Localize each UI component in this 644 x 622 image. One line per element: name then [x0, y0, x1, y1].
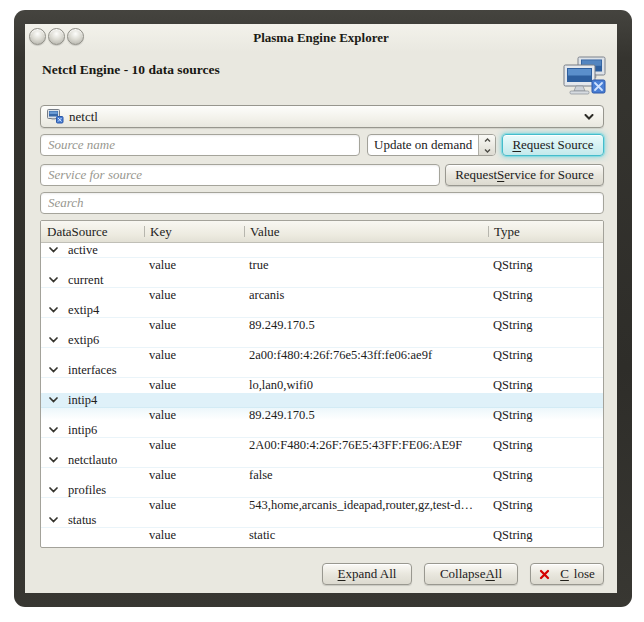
search-input[interactable] — [40, 192, 604, 214]
column-header-key[interactable]: Key — [144, 221, 244, 242]
expander-chevron-down-icon[interactable] — [49, 487, 58, 493]
table-row[interactable]: value 2A00:F480:4:26F:76E5:43FF:FE06:AE9… — [41, 438, 603, 453]
table-row[interactable]: current — [41, 273, 603, 288]
datasource-label: profiles — [68, 483, 106, 497]
column-header-datasource[interactable]: DataSource — [41, 221, 144, 242]
table-row[interactable]: interfaces — [41, 363, 603, 378]
expander-chevron-down-icon[interactable] — [49, 337, 58, 343]
table-row[interactable]: value true QString — [41, 258, 603, 273]
window-content: Plasma Engine Explorer Netctl Engine - 1… — [25, 24, 617, 593]
type-cell — [488, 333, 603, 347]
value-cell: static — [244, 528, 488, 543]
expander-chevron-down-icon[interactable] — [49, 517, 58, 523]
key-cell — [144, 483, 244, 497]
datasource-label: active — [68, 243, 98, 257]
datasource-cell — [41, 408, 144, 423]
column-header-value[interactable]: Value — [244, 221, 488, 242]
window-frame: Plasma Engine Explorer Netctl Engine - 1… — [14, 10, 632, 607]
value-cell — [244, 363, 488, 377]
window-title: Plasma Engine Explorer — [25, 24, 617, 52]
value-cell — [244, 303, 488, 317]
key-cell: value — [144, 318, 244, 333]
key-cell: value — [144, 468, 244, 483]
badge — [592, 80, 605, 93]
key-cell — [144, 363, 244, 377]
source-name-input[interactable] — [40, 134, 360, 156]
expander-chevron-down-icon[interactable] — [49, 277, 58, 283]
datasource-cell — [41, 468, 144, 483]
table-row[interactable]: value 89.249.170.5 QString — [41, 408, 603, 423]
datasource-cell: intip4 — [41, 393, 144, 407]
table-row[interactable]: netctlauto — [41, 453, 603, 468]
datasource-label: netctlauto — [68, 453, 117, 467]
table-row[interactable]: status — [41, 513, 603, 528]
type-cell: QString — [488, 468, 603, 483]
datasource-cell — [41, 288, 144, 303]
key-cell: value — [144, 348, 244, 363]
value-cell — [244, 483, 488, 497]
value-cell: false — [244, 468, 488, 483]
expander-chevron-down-icon[interactable] — [49, 457, 58, 463]
collapse-all-button[interactable]: Collapse All — [424, 563, 518, 585]
spin-buttons — [478, 135, 495, 155]
table-row[interactable]: value 543,home,arcanis_ideapad,router,gz… — [41, 498, 603, 513]
table-row[interactable]: value false QString — [41, 468, 603, 483]
table-row[interactable]: value 2a00:f480:4:26f:76e5:43ff:fe06:ae9… — [41, 348, 603, 363]
type-cell — [488, 513, 603, 527]
key-cell — [144, 333, 244, 347]
engine-combobox-value: netctl — [69, 109, 98, 125]
type-cell: QString — [488, 318, 603, 333]
type-cell — [488, 453, 603, 467]
type-cell: QString — [488, 378, 603, 393]
type-cell: QString — [488, 528, 603, 543]
value-cell — [244, 333, 488, 347]
key-cell — [144, 393, 244, 407]
request-source-button[interactable]: Request Source — [502, 134, 604, 156]
datasource-cell — [41, 498, 144, 513]
expander-chevron-down-icon[interactable] — [49, 427, 58, 433]
expand-all-button[interactable]: Expand All — [322, 563, 412, 585]
datasource-cell: interfaces — [41, 363, 144, 377]
datasource-cell — [41, 528, 144, 543]
data-source-table: DataSource Key Value Type active value t… — [40, 220, 604, 548]
table-row[interactable]: active — [41, 243, 603, 258]
datasource-cell — [41, 318, 144, 333]
type-cell: QString — [488, 438, 603, 453]
table-row[interactable]: intip4 — [41, 393, 603, 408]
titlebar[interactable]: Plasma Engine Explorer — [25, 24, 617, 52]
value-cell: lo,lan0,wifi0 — [244, 378, 488, 393]
spin-up-icon[interactable] — [479, 135, 495, 145]
table-row[interactable]: value lo,lan0,wifi0 QString — [41, 378, 603, 393]
value-cell: 89.249.170.5 — [244, 408, 488, 423]
service-input[interactable] — [40, 164, 440, 186]
datasource-cell: current — [41, 273, 144, 287]
datasource-cell: extip6 — [41, 333, 144, 347]
table-row[interactable]: extip6 — [41, 333, 603, 348]
expander-chevron-down-icon[interactable] — [49, 397, 58, 403]
table-row[interactable]: intip6 — [41, 423, 603, 438]
table-header: DataSource Key Value Type — [41, 221, 603, 243]
engine-combobox[interactable]: netctl — [40, 105, 604, 128]
key-cell — [144, 423, 244, 437]
column-header-type[interactable]: Type — [488, 221, 603, 242]
value-cell — [244, 243, 488, 257]
table-row[interactable]: extip4 — [41, 303, 603, 318]
spin-down-icon[interactable] — [479, 145, 495, 155]
computer-network-icon — [563, 56, 607, 102]
expander-chevron-down-icon[interactable] — [49, 307, 58, 313]
datasource-label: intip6 — [68, 423, 97, 437]
expander-chevron-down-icon[interactable] — [49, 247, 58, 253]
table-row[interactable]: profiles — [41, 483, 603, 498]
key-cell — [144, 243, 244, 257]
value-cell: arcanis — [244, 288, 488, 303]
value-cell: true — [244, 258, 488, 273]
key-cell: value — [144, 258, 244, 273]
update-mode-spinbox[interactable]: Update on demand — [367, 134, 496, 156]
table-row[interactable]: value arcanis QString — [41, 288, 603, 303]
table-row[interactable]: value static QString — [41, 528, 603, 543]
expander-chevron-down-icon[interactable] — [49, 367, 58, 373]
datasource-cell — [41, 438, 144, 453]
request-service-button[interactable]: Request Service for Source — [445, 164, 604, 186]
close-button[interactable]: Close — [530, 563, 604, 585]
table-row[interactable]: value 89.249.170.5 QString — [41, 318, 603, 333]
